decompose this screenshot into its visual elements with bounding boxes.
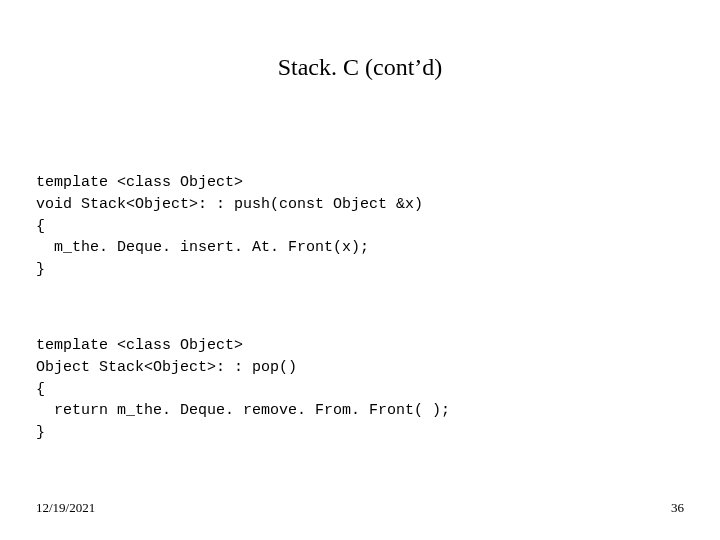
slide: Stack. C (cont’d) template <class Object… <box>0 0 720 540</box>
slide-title: Stack. C (cont’d) <box>0 54 720 81</box>
code-line: return m_the. Deque. remove. From. Front… <box>36 402 450 419</box>
footer-page-number: 36 <box>671 500 684 516</box>
code-line: void Stack<Object>: : push(const Object … <box>36 196 423 213</box>
code-line: } <box>36 261 45 278</box>
code-line: template <class Object> <box>36 337 243 354</box>
code-line: m_the. Deque. insert. At. Front(x); <box>36 239 369 256</box>
footer-date: 12/19/2021 <box>36 500 95 516</box>
code-line: template <class Object> <box>36 174 243 191</box>
code-line: } <box>36 424 45 441</box>
code-block-pop: template <class Object> Object Stack<Obj… <box>36 335 450 444</box>
code-line: Object Stack<Object>: : pop() <box>36 359 297 376</box>
code-line: { <box>36 218 45 235</box>
code-line: { <box>36 381 45 398</box>
code-block-push: template <class Object> void Stack<Objec… <box>36 172 423 281</box>
